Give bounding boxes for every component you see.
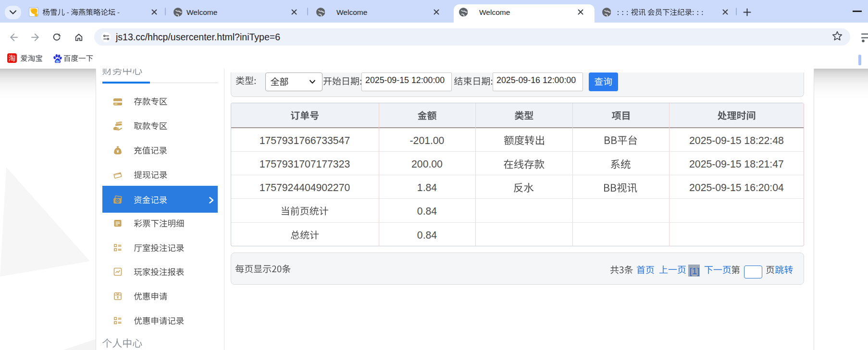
svg-text:du: du xyxy=(56,60,60,63)
